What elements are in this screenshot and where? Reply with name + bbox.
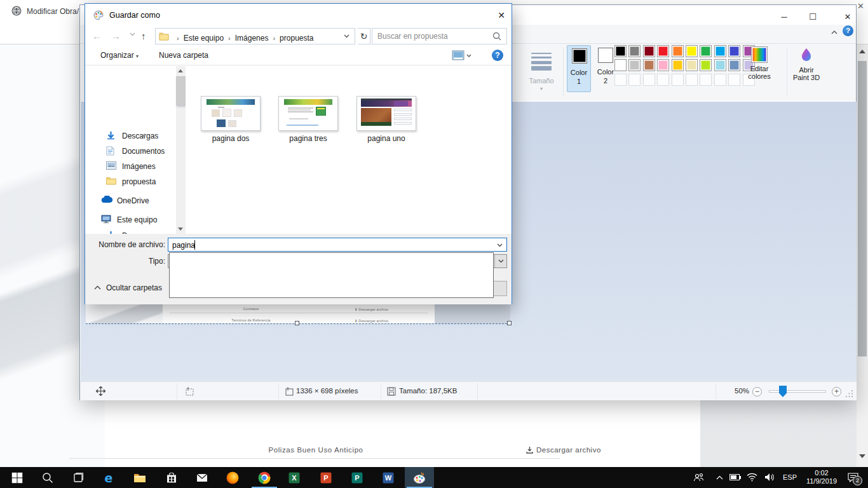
recent-locations-icon[interactable] [130,32,135,36]
palette-empty-swatch[interactable] [714,74,726,86]
taskbar-start-button[interactable] [3,467,32,488]
scroll-up-icon[interactable] [859,50,865,53]
selection-handle-corner[interactable] [507,321,512,325]
breadcrumb-segment[interactable]: propuesta [280,34,313,43]
forward-icon[interactable]: → [111,30,121,41]
people-icon[interactable] [693,473,704,488]
close-button[interactable]: ✕ [838,10,857,24]
volume-icon[interactable] [764,473,775,488]
zoom-in-button[interactable]: + [832,387,841,396]
chrome-close-icon[interactable]: ✕ [857,1,864,11]
palette-empty-swatch[interactable] [657,74,669,86]
dialog-help-icon[interactable]: ? [492,50,503,61]
palette-color-swatch[interactable] [614,59,627,71]
palette-color-swatch[interactable] [700,59,712,71]
palette-empty-swatch[interactable] [700,74,712,86]
palette-empty-swatch[interactable] [628,74,641,86]
palette-color-swatch[interactable] [672,45,684,57]
new-folder-button[interactable]: Nueva carpeta [159,51,208,60]
palette-empty-swatch[interactable] [686,74,698,86]
resize-grip[interactable] [846,390,853,398]
taskbar-store-button[interactable] [157,467,186,488]
sidebar-item-este-equipo[interactable]: Este equipo [86,212,176,227]
taskbar-mail-button[interactable] [187,467,217,488]
breadcrumb[interactable]: ›Este equipo›Imágenes›propuesta [155,28,355,44]
dialog-close-icon[interactable]: ✕ [494,10,508,21]
notification-icon[interactable]: 2 [848,472,859,488]
palette-empty-swatch[interactable] [614,74,627,86]
scroll-up-icon[interactable] [178,69,183,72]
taskbar-file-explorer-button[interactable] [125,467,154,488]
selection-handle-bottom[interactable] [295,321,299,325]
filename-dropdown-icon[interactable] [497,243,503,247]
scrollbar-thumb[interactable] [176,76,186,105]
file-item-pagina-dos[interactable]: pagina dos [201,96,261,143]
wifi-icon[interactable] [747,473,757,488]
up-icon[interactable]: ↑ [141,30,146,41]
battery-icon[interactable] [729,473,741,488]
scroll-down-icon[interactable] [178,227,183,231]
hide-folders-button[interactable]: Ocultar carpetas [94,285,101,290]
size-button[interactable]: Tamaño ▾ [524,46,559,97]
breadcrumb-dropdown-icon[interactable] [344,34,349,38]
palette-color-swatch[interactable] [628,45,641,57]
ribbon-collapse-icon[interactable] [831,30,837,34]
palette-color-swatch[interactable] [614,45,627,57]
sidebar-item-propuesta[interactable]: propuesta [86,174,176,189]
taskbar-task-view-button[interactable] [64,467,93,488]
download-link[interactable]: Descargar archivo [526,446,601,454]
back-icon[interactable]: ← [92,30,102,41]
type-dropdown-list[interactable] [169,252,494,298]
zoom-slider-thumb[interactable] [779,386,787,397]
file-item-pagina-tres[interactable]: pagina tres [278,96,338,143]
filename-input[interactable]: pagina [168,238,507,252]
file-item-pagina-uno[interactable]: pagina uno [356,96,416,143]
nav-scrollbar[interactable] [176,66,186,234]
taskbar-paint-button[interactable] [405,467,434,488]
taskbar-chrome-button[interactable] [250,467,279,488]
palette-color-swatch[interactable] [657,59,669,71]
hidden-icons-chevron[interactable] [716,475,723,488]
taskbar-search-button[interactable] [33,467,62,488]
help-icon[interactable]: ? [843,25,853,36]
palette-color-swatch[interactable] [628,59,641,71]
zoom-out-button[interactable]: − [752,387,762,396]
sidebar-item-onedrive[interactable]: OneDrive [86,193,176,208]
color1-button[interactable]: Color 1 [567,45,591,92]
taskbar-firefox-button[interactable] [218,467,247,488]
palette-color-swatch[interactable] [643,45,655,57]
combo-dropdown-icon[interactable] [494,255,506,268]
sidebar-item-documentos[interactable]: Documentos [86,144,176,159]
palette-empty-swatch[interactable] [672,74,684,86]
organize-button[interactable]: Organizar ▾ [100,51,139,60]
palette-empty-swatch[interactable] [643,74,655,86]
palette-color-swatch[interactable] [672,59,684,71]
palette-color-swatch[interactable] [643,59,655,71]
palette-color-swatch[interactable] [714,59,726,71]
palette-color-swatch[interactable] [657,45,669,57]
chrome-tab-title[interactable]: Modificar Obra/ [27,7,79,16]
taskbar-publisher-button[interactable]: P [342,467,372,488]
view-mode-button[interactable] [452,50,471,61]
sidebar-item-imágenes[interactable]: Imágenes [86,159,176,174]
refresh-icon[interactable]: ↻ [358,28,370,44]
palette-empty-swatch[interactable] [728,74,740,86]
palette-color-swatch[interactable] [686,45,698,57]
scrollbar-thumb[interactable] [858,61,867,356]
edit-colors-button[interactable]: Editar colores [745,46,773,80]
minimize-button[interactable]: ─ [775,10,794,24]
breadcrumb-segment[interactable]: Imágenes [235,34,269,43]
taskbar-word-button[interactable]: W [374,467,403,488]
clock[interactable]: 0:02 11/9/2019 [801,467,843,488]
palette-color-swatch[interactable] [728,45,740,57]
palette-color-swatch[interactable] [700,45,712,57]
palette-color-swatch[interactable] [686,59,698,71]
language-indicator[interactable]: ESP [783,467,797,488]
maximize-button[interactable]: ☐ [803,10,822,24]
palette-color-swatch[interactable] [714,45,726,57]
open-paint3d-button[interactable]: Abrir Paint 3D [792,46,820,81]
taskbar-excel-button[interactable]: X [280,467,309,488]
sidebar-item-descargas[interactable]: Descargas [86,128,176,144]
taskbar-edge-button[interactable]: e [94,467,123,488]
scroll-down-icon[interactable] [859,454,865,458]
